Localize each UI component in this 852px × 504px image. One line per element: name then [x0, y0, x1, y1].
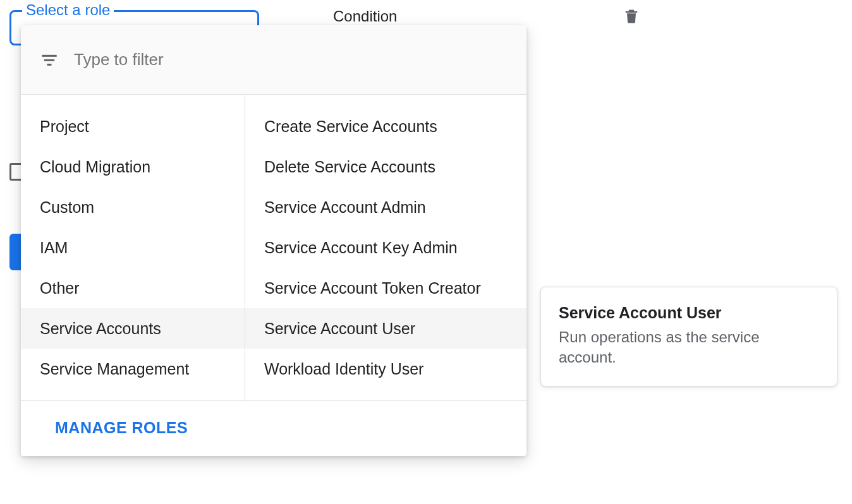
role-item[interactable]: Create Service Accounts	[245, 106, 526, 147]
svg-rect-2	[47, 63, 52, 65]
condition-label: Condition	[333, 8, 397, 25]
tooltip-description: Run operations as the service account.	[559, 327, 819, 368]
svg-rect-1	[44, 59, 54, 61]
category-item[interactable]: Other	[21, 268, 245, 308]
category-item[interactable]: Project	[21, 106, 245, 147]
filter-input[interactable]	[74, 50, 508, 69]
role-item[interactable]: Workload Identity User	[245, 349, 526, 389]
category-item[interactable]: Cloud Migration	[21, 147, 245, 187]
role-item[interactable]: Delete Service Accounts	[245, 147, 526, 187]
dropdown-footer: MANAGE ROLES	[21, 400, 526, 456]
manage-roles-link[interactable]: MANAGE ROLES	[55, 419, 188, 436]
filter-icon	[40, 51, 59, 69]
svg-rect-0	[42, 54, 56, 56]
select-role-label: Select a role	[22, 1, 114, 19]
category-item[interactable]: Service Accounts	[21, 308, 245, 349]
role-columns: Project Cloud Migration Custom IAM Other…	[21, 95, 526, 400]
filter-bar	[21, 25, 526, 95]
trash-icon	[623, 6, 640, 27]
category-item[interactable]: IAM	[21, 227, 245, 268]
tooltip-title: Service Account User	[559, 304, 819, 322]
role-item[interactable]: Service Account User	[245, 308, 526, 349]
role-dropdown-panel: Project Cloud Migration Custom IAM Other…	[21, 25, 526, 456]
delete-button[interactable]	[623, 6, 640, 27]
role-item[interactable]: Service Account Key Admin	[245, 227, 526, 268]
category-item[interactable]: Custom	[21, 187, 245, 227]
role-item[interactable]: Service Account Admin	[245, 187, 526, 227]
role-column: Create Service Accounts Delete Service A…	[245, 95, 526, 400]
role-tooltip: Service Account User Run operations as t…	[540, 287, 837, 387]
role-item[interactable]: Service Account Token Creator	[245, 268, 526, 308]
category-item[interactable]: Service Management	[21, 349, 245, 389]
category-column: Project Cloud Migration Custom IAM Other…	[21, 95, 245, 400]
